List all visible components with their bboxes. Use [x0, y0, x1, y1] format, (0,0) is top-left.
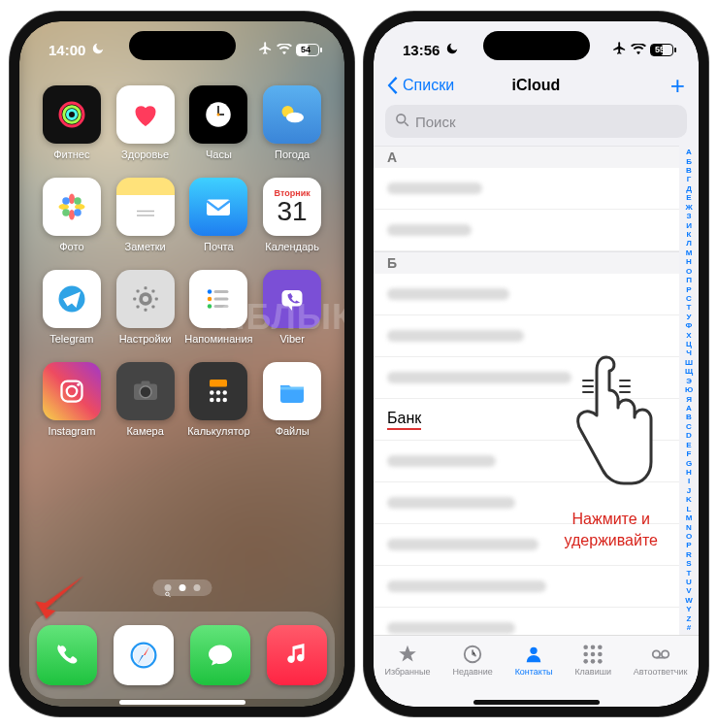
app-фитнес[interactable]: Фитнес	[35, 85, 109, 160]
back-button[interactable]: Списки	[387, 77, 454, 94]
dock-music[interactable]	[267, 625, 327, 685]
search-field[interactable]: Поиск	[385, 105, 687, 138]
notes-icon	[116, 178, 175, 236]
index-letter[interactable]: Я	[686, 395, 692, 404]
app-viber[interactable]: Viber	[255, 270, 329, 345]
weather-icon	[263, 85, 321, 144]
index-letter[interactable]: Н	[686, 257, 692, 266]
svg-rect-37	[214, 305, 229, 308]
index-letter[interactable]: J	[687, 486, 691, 495]
index-letter[interactable]: D	[686, 431, 692, 440]
app-погода[interactable]: Погода	[255, 85, 329, 160]
index-letter[interactable]: N	[686, 523, 692, 532]
index-letter[interactable]: В	[686, 166, 692, 175]
index-letter[interactable]: Ц	[686, 340, 692, 348]
app-часы[interactable]: Часы	[182, 85, 256, 160]
index-letter[interactable]: C	[686, 422, 692, 431]
tab-clock[interactable]: Недавние	[452, 644, 492, 677]
index-letter[interactable]: Щ	[685, 367, 693, 376]
search-icon	[395, 113, 409, 130]
home-indicator[interactable]	[473, 700, 600, 705]
index-letter[interactable]: С	[686, 294, 692, 303]
index-letter[interactable]: З	[686, 212, 691, 220]
svg-line-57	[405, 122, 408, 126]
dock-safari[interactable]	[114, 625, 174, 685]
index-letter[interactable]: T	[687, 569, 692, 578]
contact-row[interactable]	[374, 274, 679, 315]
app-настройки[interactable]: Настройки	[109, 270, 182, 345]
index-letter[interactable]: Б	[686, 157, 692, 166]
index-letter[interactable]: G	[686, 459, 692, 468]
contact-row[interactable]	[374, 566, 679, 608]
index-letter[interactable]: Г	[687, 175, 692, 183]
app-калькулятор[interactable]: Калькулятор	[182, 362, 256, 437]
dock-messages[interactable]	[190, 625, 250, 685]
tab-voicemail[interactable]: Автоответчик	[634, 644, 688, 677]
index-letter[interactable]: W	[685, 596, 693, 605]
index-letter[interactable]: P	[686, 541, 691, 549]
app-почта[interactable]: Почта	[182, 178, 256, 252]
index-letter[interactable]: Ж	[685, 203, 692, 212]
svg-point-11	[69, 210, 75, 220]
index-letter[interactable]: И	[686, 221, 692, 230]
index-letter[interactable]: S	[686, 559, 691, 568]
page-dots[interactable]	[152, 579, 212, 596]
index-letter[interactable]: R	[686, 550, 692, 559]
index-letter[interactable]: А	[686, 148, 692, 156]
index-letter[interactable]: F	[687, 449, 692, 458]
dock-phone[interactable]	[37, 625, 97, 685]
index-letter[interactable]: Э	[686, 377, 692, 385]
index-letter[interactable]: B	[686, 413, 692, 421]
contact-row[interactable]	[374, 168, 679, 210]
index-letter[interactable]: Е	[686, 193, 691, 202]
tab-label: Клавиши	[574, 667, 611, 677]
index-letter[interactable]: Ю	[685, 385, 693, 394]
contact-row[interactable]	[374, 608, 679, 635]
index-letter[interactable]: Ч	[686, 348, 692, 357]
index-letter[interactable]: Z	[687, 614, 692, 623]
app-напоминания[interactable]: Напоминания	[182, 270, 256, 345]
index-letter[interactable]: Д	[686, 184, 692, 193]
app-файлы[interactable]: Файлы	[255, 362, 329, 437]
tab-star[interactable]: Избранные	[384, 644, 430, 677]
svg-point-12	[58, 204, 69, 210]
index-letter[interactable]: A	[686, 404, 692, 413]
app-telegram[interactable]: Telegram	[35, 270, 109, 345]
index-letter[interactable]: E	[686, 441, 691, 449]
index-letter[interactable]: Х	[686, 331, 691, 340]
index-letter[interactable]: L	[687, 505, 692, 513]
tab-keypad[interactable]: Клавиши	[574, 644, 611, 677]
index-letter[interactable]: Ш	[685, 358, 693, 367]
index-letter[interactable]: V	[686, 586, 691, 595]
index-letter[interactable]: М	[686, 248, 693, 257]
contact-row[interactable]	[374, 210, 679, 251]
index-letter[interactable]: #	[687, 623, 691, 632]
app-фото[interactable]: Фото	[35, 178, 109, 252]
index-letter[interactable]: У	[687, 313, 692, 321]
hand-annotation: Нажмите иудерживайте	[565, 351, 658, 550]
svg-rect-35	[214, 298, 229, 301]
index-letter[interactable]: К	[687, 230, 692, 239]
index-letter[interactable]: M	[686, 513, 693, 522]
alpha-index-bar[interactable]: АБВГДЕЖЗИКЛМНОПРСТУФХЦЧШЩЭЮЯABCDEFGHIJKL…	[681, 148, 697, 633]
index-letter[interactable]: О	[686, 267, 692, 276]
index-letter[interactable]: K	[686, 495, 692, 504]
index-letter[interactable]: Р	[686, 285, 691, 294]
index-letter[interactable]: П	[686, 276, 692, 284]
index-letter[interactable]: Л	[686, 239, 692, 248]
index-letter[interactable]: Y	[686, 605, 691, 613]
app-камера[interactable]: Камера	[109, 362, 182, 437]
add-contact-button[interactable]: +	[670, 71, 685, 101]
app-заметки[interactable]: Заметки	[109, 178, 182, 252]
app-instagram[interactable]: Instagram	[35, 362, 109, 437]
tab-contact[interactable]: Контакты	[515, 644, 553, 677]
index-letter[interactable]: Т	[687, 303, 692, 312]
home-indicator[interactable]	[119, 700, 245, 705]
index-letter[interactable]: U	[686, 578, 692, 586]
index-letter[interactable]: Ф	[686, 321, 693, 330]
index-letter[interactable]: I	[688, 477, 690, 485]
app-календарь[interactable]: Вторник31 Календарь	[255, 178, 329, 252]
app-здоровье[interactable]: Здоровье	[109, 85, 182, 160]
index-letter[interactable]: H	[686, 468, 692, 477]
index-letter[interactable]: O	[686, 532, 692, 541]
